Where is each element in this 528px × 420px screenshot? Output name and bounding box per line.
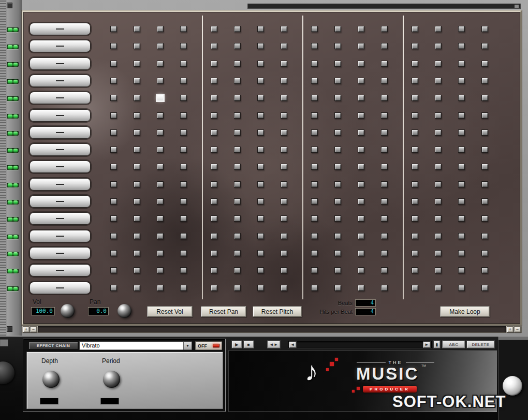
top-scrollbar-thumb[interactable] xyxy=(515,5,519,8)
step-cell[interactable] xyxy=(110,129,117,136)
step-cell[interactable] xyxy=(234,95,241,101)
step-cell[interactable] xyxy=(381,129,388,136)
step-cell[interactable] xyxy=(180,164,187,170)
step-cell[interactable] xyxy=(481,78,488,84)
step-cell[interactable] xyxy=(110,267,117,273)
step-cell[interactable] xyxy=(412,61,418,67)
effect-chain-button[interactable]: EFFECT CHAIN xyxy=(28,342,78,350)
step-cell[interactable] xyxy=(412,43,418,49)
step-cell[interactable] xyxy=(435,78,442,84)
step-cell[interactable] xyxy=(311,147,318,153)
step-cell[interactable] xyxy=(481,61,488,67)
step-cell[interactable] xyxy=(257,78,264,84)
step-cell[interactable] xyxy=(435,95,442,101)
step-cell[interactable] xyxy=(458,250,465,256)
step-cell[interactable] xyxy=(358,61,364,67)
step-cell[interactable] xyxy=(211,26,217,32)
step-cell[interactable] xyxy=(412,78,418,84)
step-cell[interactable] xyxy=(180,112,187,119)
step-cell[interactable] xyxy=(257,181,264,187)
step-cell[interactable] xyxy=(281,78,287,84)
step-cell[interactable] xyxy=(257,95,264,101)
step-cell[interactable] xyxy=(381,250,388,256)
step-cell[interactable] xyxy=(458,164,465,170)
step-cell[interactable] xyxy=(180,181,187,187)
step-cell[interactable] xyxy=(234,198,241,205)
step-cell[interactable] xyxy=(110,285,117,291)
step-cell[interactable] xyxy=(412,250,418,256)
step-cell[interactable] xyxy=(211,43,217,49)
step-cell[interactable] xyxy=(281,26,287,32)
step-cell[interactable] xyxy=(358,285,364,291)
step-cell[interactable] xyxy=(412,267,418,273)
track-button[interactable] xyxy=(30,75,91,87)
depth-knob[interactable] xyxy=(42,371,60,388)
make-loop-button[interactable]: Make Loop xyxy=(440,306,490,317)
step-cell[interactable] xyxy=(412,215,418,222)
effect-off-toggle[interactable]: OFF xyxy=(195,341,222,350)
step-cell[interactable] xyxy=(481,26,488,32)
step-cell[interactable] xyxy=(358,129,364,136)
scroll-plus-button-right[interactable]: + xyxy=(507,326,514,332)
top-scrollbar[interactable] xyxy=(247,4,521,9)
step-cell[interactable] xyxy=(157,78,164,84)
step-cell[interactable] xyxy=(110,147,117,153)
step-cell[interactable] xyxy=(358,147,364,153)
step-cell[interactable] xyxy=(234,215,241,222)
step-cell[interactable] xyxy=(257,147,264,153)
step-cell[interactable] xyxy=(481,95,488,101)
bottom-left-knob[interactable] xyxy=(0,361,14,384)
step-cell[interactable] xyxy=(334,215,341,222)
step-cell[interactable] xyxy=(334,26,341,32)
step-cell[interactable] xyxy=(435,26,442,32)
step-cell[interactable] xyxy=(157,267,164,273)
step-cell[interactable] xyxy=(110,26,117,32)
step-cell[interactable] xyxy=(458,95,465,101)
step-cell[interactable] xyxy=(381,215,388,222)
step-cell[interactable] xyxy=(435,285,442,291)
step-cell[interactable] xyxy=(110,181,117,187)
step-cell[interactable] xyxy=(110,198,117,205)
step-cell[interactable] xyxy=(211,95,217,101)
step-cell[interactable] xyxy=(234,129,241,136)
stop-button[interactable]: ■ xyxy=(243,340,254,349)
reset-vol-button[interactable]: Reset Vol xyxy=(147,306,193,317)
step-cell[interactable] xyxy=(211,215,217,222)
step-cell[interactable] xyxy=(110,43,117,49)
step-cell[interactable] xyxy=(180,267,187,273)
step-cell[interactable] xyxy=(458,198,465,205)
step-cell[interactable] xyxy=(481,267,488,273)
step-cell[interactable] xyxy=(211,250,217,256)
step-cell[interactable] xyxy=(381,147,388,153)
step-cell[interactable] xyxy=(412,164,418,170)
step-cell[interactable] xyxy=(180,285,187,291)
step-cell[interactable] xyxy=(458,61,465,67)
step-cell[interactable] xyxy=(180,78,187,84)
step-cell[interactable] xyxy=(481,129,488,136)
step-cell[interactable] xyxy=(134,95,140,101)
step-cell[interactable] xyxy=(211,198,217,205)
step-cell[interactable] xyxy=(134,215,140,222)
step-cell[interactable] xyxy=(311,26,318,32)
step-cell[interactable] xyxy=(311,61,318,67)
step-cell[interactable] xyxy=(381,43,388,49)
step-cell[interactable] xyxy=(334,285,341,291)
scroll-minus-button-right[interactable]: − xyxy=(514,326,521,332)
step-cell[interactable] xyxy=(211,129,217,136)
step-cell[interactable] xyxy=(234,78,241,84)
beats-display[interactable]: 4 xyxy=(355,299,376,307)
step-cell[interactable] xyxy=(180,215,187,222)
step-cell[interactable] xyxy=(435,267,442,273)
step-cell[interactable] xyxy=(381,164,388,170)
step-cell[interactable] xyxy=(281,61,287,67)
step-cell[interactable] xyxy=(458,26,465,32)
step-cell[interactable] xyxy=(134,164,140,170)
step-cell[interactable] xyxy=(257,164,264,170)
step-cell[interactable] xyxy=(412,147,418,153)
step-cell[interactable] xyxy=(157,181,164,187)
step-cell[interactable] xyxy=(358,267,364,273)
step-cell[interactable] xyxy=(381,78,388,84)
step-cell[interactable] xyxy=(381,198,388,205)
step-cell[interactable] xyxy=(481,198,488,205)
step-cell[interactable] xyxy=(458,112,465,119)
